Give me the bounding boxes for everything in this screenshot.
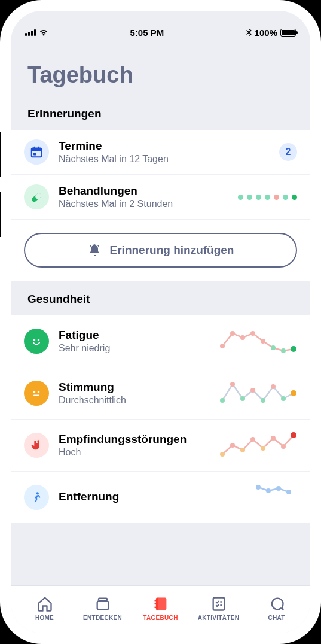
bell-icon (87, 243, 102, 257)
svg-point-30 (240, 448, 245, 452)
health-row-empfindung[interactable]: Empfindungsstörungen Hoch (11, 420, 310, 472)
svg-point-36 (36, 492, 39, 494)
neutral-face-icon (24, 381, 49, 406)
svg-point-10 (230, 331, 235, 336)
svg-point-16 (291, 346, 296, 352)
svg-point-37 (256, 485, 261, 490)
reminder-row-termine[interactable]: Termine Nächstes Mal in 12 Tagen 2 (11, 130, 310, 175)
svg-point-7 (33, 339, 36, 341)
tab-home[interactable]: HOME (16, 596, 74, 621)
svg-point-33 (271, 436, 276, 441)
svg-point-11 (240, 335, 245, 340)
svg-point-22 (240, 396, 245, 401)
svg-point-15 (281, 348, 286, 353)
svg-point-31 (250, 437, 255, 442)
svg-point-35 (291, 432, 296, 438)
reminders-section-title: Erinnerungen (11, 107, 310, 130)
reminders-list: Termine Nächstes Mal in 12 Tagen 2 Behan… (11, 130, 310, 281)
svg-point-20 (220, 398, 225, 403)
count-badge: 2 (279, 143, 297, 161)
health-section-title: Gesundheit (11, 281, 310, 315)
tab-diary[interactable]: TAGEBUCH (132, 596, 189, 621)
reminder-title: Termine (59, 139, 270, 153)
checklist-icon (210, 596, 227, 612)
sparkline-chart (219, 326, 297, 356)
svg-point-24 (261, 398, 265, 403)
svg-point-39 (276, 486, 281, 491)
battery-percent: 100% (255, 28, 277, 38)
health-title: Entfernung (59, 490, 210, 503)
phone-frame: 5:05 PM 100% Tagebuch Erinnerungen Termi… (0, 0, 321, 644)
volume-button (0, 192, 1, 237)
svg-rect-2 (33, 147, 35, 150)
reminder-row-behandlungen[interactable]: Behandlungen Nächstes Mal in 2 Stunden (11, 175, 310, 220)
svg-rect-42 (99, 599, 107, 601)
health-list: Fatigue Sehr niedrig Stimmung Durchschni… (11, 315, 310, 523)
svg-point-8 (38, 339, 40, 341)
health-title: Stimmung (59, 381, 210, 394)
tab-chat[interactable]: CHAT (247, 596, 305, 621)
svg-rect-48 (213, 598, 224, 610)
svg-rect-4 (33, 153, 36, 156)
svg-point-12 (250, 331, 255, 336)
svg-point-14 (271, 345, 276, 350)
health-subtitle: Durchschnittlich (59, 395, 210, 406)
svg-point-13 (261, 339, 265, 344)
health-title: Fatigue (59, 329, 210, 342)
tab-label: TAGEBUCH (143, 615, 178, 621)
battery-icon (280, 29, 296, 37)
tab-label: CHAT (268, 615, 285, 621)
hand-alert-icon (24, 433, 49, 458)
treatment-dots (238, 195, 297, 200)
tab-bar: HOME ENTDECKEN TAGEBUCH AKTIVITÄTEN CHAT (11, 585, 310, 633)
svg-rect-3 (38, 147, 39, 150)
svg-rect-41 (97, 601, 108, 609)
reminder-title: Behandlungen (59, 184, 228, 198)
svg-point-18 (38, 391, 40, 393)
page-title: Tagebuch (11, 45, 310, 107)
reminder-subtitle: Nächstes Mal in 2 Stunden (59, 199, 228, 209)
svg-rect-1 (32, 148, 42, 151)
svg-point-27 (291, 390, 296, 396)
tab-discover[interactable]: ENTDECKEN (74, 596, 132, 621)
health-row-entfernung[interactable]: Entfernung (11, 472, 310, 523)
signal-icon (25, 29, 36, 36)
svg-point-23 (250, 388, 255, 393)
svg-point-9 (220, 344, 225, 348)
svg-point-40 (286, 490, 291, 494)
bluetooth-icon (246, 28, 252, 37)
health-subtitle: Hoch (59, 447, 210, 458)
add-reminder-label: Erinnerung hinzufügen (110, 244, 234, 257)
health-row-fatigue[interactable]: Fatigue Sehr niedrig (11, 315, 310, 367)
screen: 5:05 PM 100% Tagebuch Erinnerungen Termi… (11, 11, 310, 633)
calendar-icon (24, 139, 49, 165)
discover-icon (94, 596, 111, 612)
status-bar: 5:05 PM 100% (11, 19, 310, 45)
tab-label: AKTIVITÄTEN (198, 615, 239, 621)
svg-point-29 (230, 443, 235, 448)
tab-activities[interactable]: AKTIVITÄTEN (189, 596, 247, 621)
svg-point-26 (281, 396, 286, 401)
svg-point-28 (220, 452, 225, 457)
status-time: 5:05 PM (130, 28, 164, 38)
add-reminder-button[interactable]: Erinnerung hinzufügen (24, 233, 297, 268)
svg-point-21 (230, 382, 235, 387)
volume-button (0, 132, 1, 177)
run-icon (24, 485, 49, 510)
health-title: Empfindungsstörungen (59, 433, 210, 446)
reminder-subtitle: Nächstes Mal in 12 Tagen (59, 154, 270, 165)
content-area: Tagebuch Erinnerungen Termine Nächstes M… (11, 45, 310, 585)
svg-point-38 (266, 488, 271, 493)
chat-icon (268, 596, 285, 612)
svg-point-32 (261, 446, 265, 451)
svg-point-34 (281, 444, 286, 449)
svg-rect-44 (158, 598, 166, 610)
sparkline-chart (219, 430, 297, 460)
home-icon (36, 596, 53, 612)
tab-label: ENTDECKEN (83, 615, 122, 621)
health-row-stimmung[interactable]: Stimmung Durchschnittlich (11, 367, 310, 420)
tab-label: HOME (35, 615, 54, 621)
diary-icon (152, 596, 169, 612)
smile-icon (24, 329, 49, 354)
svg-point-17 (33, 391, 36, 393)
